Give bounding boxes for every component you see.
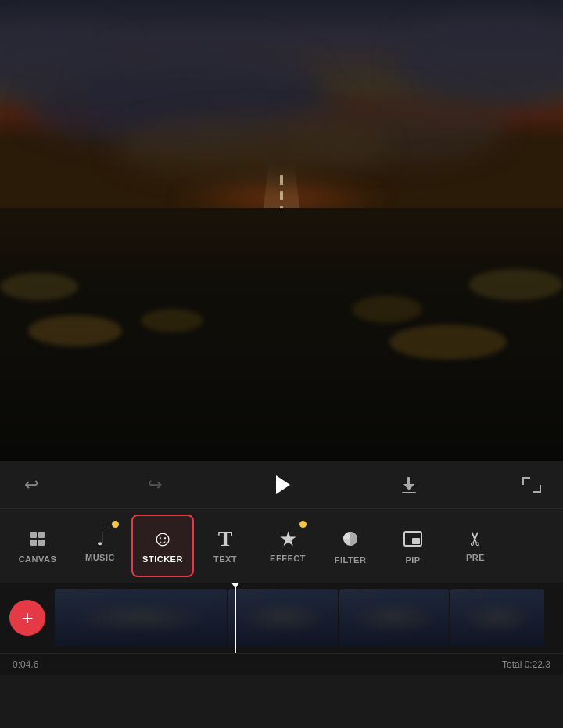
tab-preset[interactable]: ✂ PRE <box>444 515 507 577</box>
play-icon <box>276 475 290 494</box>
sticker-label: STICKER <box>142 554 183 564</box>
preset-label: PRE <box>466 553 485 562</box>
text-icon: T <box>218 528 233 550</box>
clip-1[interactable] <box>55 589 227 647</box>
tab-sticker[interactable]: ☺ STICKER <box>131 515 194 577</box>
undo-icon: ↩ <box>24 475 38 495</box>
filter-label: FILTER <box>335 555 367 565</box>
music-icon: ♩ <box>96 529 105 548</box>
download-button[interactable] <box>393 469 425 500</box>
undo-button[interactable]: ↩ <box>16 469 47 500</box>
tab-music[interactable]: ♩ MUSIC <box>69 515 131 577</box>
timestamp-bar: 0:04.6 Total 0:22.3 <box>0 653 563 675</box>
effect-icon: ★ <box>279 529 297 549</box>
music-label: MUSIC <box>85 553 115 562</box>
pip-icon <box>403 527 422 550</box>
total-time: Total 0:22.3 <box>502 659 550 670</box>
scissors-icon: ✂ <box>466 531 485 547</box>
fullscreen-button[interactable] <box>516 469 547 500</box>
redo-icon: ↪ <box>148 475 162 495</box>
toolbar: ↩ ↪ <box>0 461 563 508</box>
effect-dot <box>299 521 307 528</box>
canvas-label: CANVAS <box>19 554 57 564</box>
clip-2[interactable] <box>228 589 338 647</box>
tab-effect[interactable]: ★ EFFECT <box>256 515 319 577</box>
clip-4[interactable] <box>450 589 544 647</box>
tab-filter[interactable]: FILTER <box>319 515 382 577</box>
text-label: TEXT <box>213 554 237 564</box>
fullscreen-icon <box>522 477 541 493</box>
nav-tabs: CANVAS ♩ MUSIC ☺ STICKER T TEXT ★ EFFECT… <box>0 508 563 583</box>
filter-icon <box>343 527 357 550</box>
canvas-icon <box>27 528 48 550</box>
tab-pip[interactable]: PIP <box>382 515 444 577</box>
add-icon: + <box>21 606 33 630</box>
clip-3[interactable] <box>339 589 449 647</box>
sticker-icon: ☺ <box>152 528 174 550</box>
play-button[interactable] <box>262 465 301 504</box>
effect-label: EFFECT <box>270 554 306 563</box>
tab-canvas[interactable]: CANVAS <box>6 515 69 577</box>
pip-label: PIP <box>405 555 420 565</box>
add-clip-button[interactable]: + <box>9 600 45 636</box>
video-preview <box>0 0 563 461</box>
tab-text[interactable]: T TEXT <box>194 515 256 577</box>
timeline-track[interactable] <box>55 589 563 647</box>
redo-button[interactable]: ↪ <box>139 469 170 500</box>
playhead[interactable] <box>235 583 236 653</box>
music-dot <box>112 521 119 528</box>
timeline: + <box>0 583 563 653</box>
current-time: 0:04.6 <box>13 659 38 670</box>
